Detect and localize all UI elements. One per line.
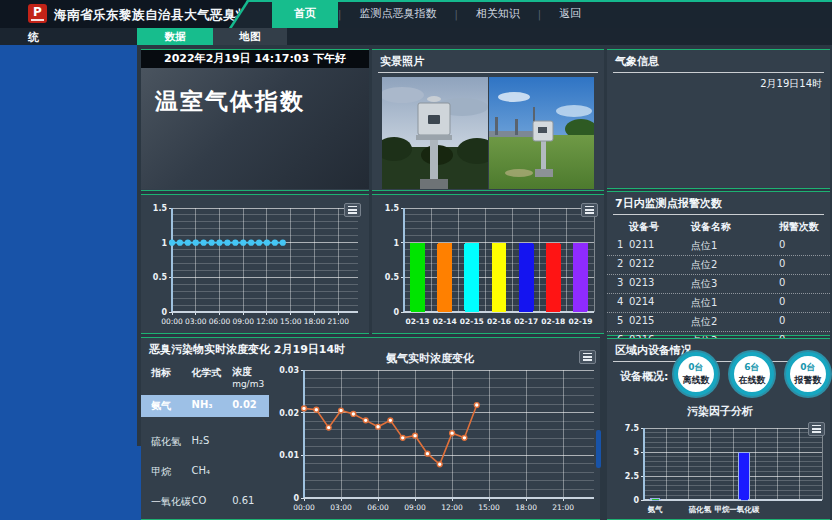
svg-text:18:00: 18:00 — [515, 503, 537, 512]
greenhouse-trend-chart: 00.511.500:0003:0006:0009:0012:0015:0018… — [146, 200, 364, 328]
photos-panel: 实景照片 — [372, 49, 604, 191]
odor-row-h2s[interactable]: 硫化氢 H₂S — [141, 431, 269, 453]
svg-text:7.5: 7.5 — [625, 424, 640, 433]
greenhouse-title: 温室气体指数 — [155, 86, 355, 117]
svg-text:0.03: 0.03 — [279, 366, 299, 375]
svg-text:02-19: 02-19 — [568, 317, 592, 326]
datetime-text: 2022年2月19日 14:17:03 下午好 — [141, 50, 369, 68]
greenhouse-panel: 2022年2月19日 14:17:03 下午好 温室气体指数 — [141, 49, 369, 191]
photos-panel-title: 实景照片 — [372, 50, 604, 72]
nav-odor-index[interactable]: 监测点恶臭指数 — [341, 0, 454, 28]
svg-text:21:00: 21:00 — [552, 503, 574, 512]
nav-home[interactable]: 首页 — [272, 0, 338, 28]
online-count-badge: 6台 在线数 — [730, 352, 774, 396]
table-row: 5 0215 点位2 0 — [607, 313, 830, 332]
svg-text:0: 0 — [161, 308, 167, 317]
site-photo-2 — [489, 77, 595, 189]
panel-title-underline — [378, 72, 598, 73]
table-row: 1 0211 点位1 0 — [607, 237, 830, 256]
svg-text:1.5: 1.5 — [153, 204, 168, 213]
svg-text:2.5: 2.5 — [625, 472, 640, 481]
weather-panel-title: 气象信息 — [607, 50, 830, 72]
svg-text:15:00: 15:00 — [478, 503, 500, 512]
chart-menu-icon[interactable] — [808, 422, 825, 436]
svg-text:02-13: 02-13 — [406, 317, 430, 326]
svg-text:12:00: 12:00 — [256, 317, 278, 326]
col-formula: 化学式 — [192, 366, 233, 389]
chart-menu-icon[interactable] — [581, 203, 598, 217]
chart-menu-icon[interactable] — [579, 350, 596, 364]
alarm-table-header: 设备号 设备名称 报警次数 — [607, 215, 830, 237]
col-device-id: 设备号 — [629, 220, 691, 234]
app-logo: P — [28, 4, 47, 23]
svg-text:氨气: 氨气 — [647, 505, 664, 514]
col-indicator: 指标 — [151, 366, 192, 389]
svg-text:02-15: 02-15 — [460, 317, 484, 326]
pollution-analysis-title: 污染因子分析 — [640, 404, 800, 419]
tab-map[interactable]: 地图 — [213, 28, 287, 45]
svg-text:18:00: 18:00 — [304, 317, 326, 326]
odor-row-ch4[interactable]: 甲烷 CH₄ — [141, 461, 269, 483]
svg-text:15:00: 15:00 — [280, 317, 302, 326]
svg-text:02-18: 02-18 — [541, 317, 565, 326]
table-row: 3 0213 点位3 0 — [607, 275, 830, 294]
svg-text:0.5: 0.5 — [385, 273, 400, 282]
svg-text:21:00: 21:00 — [327, 317, 349, 326]
dashboard-root: P 海南省乐东黎族自治县大气恶臭状况实时发布系 首页 | 监测点恶臭指数 | 相… — [0, 0, 832, 520]
alarm-7d-panel: 7日内监测点报警次数 设备号 设备名称 报警次数 1 0211 点位1 0 2 … — [607, 191, 830, 336]
chart-menu-icon[interactable] — [344, 203, 361, 217]
site-photo-1 — [382, 77, 488, 189]
svg-text:0.02: 0.02 — [279, 409, 299, 418]
odor-row-nh3[interactable]: 氨气 NH₃ 0.02 — [141, 395, 269, 417]
nh3-trend-chart: 00.010.020.0300:0003:0006:0009:0012:0015… — [278, 362, 600, 514]
svg-text:06:00: 06:00 — [367, 503, 389, 512]
table-row: 2 0212 点位2 0 — [607, 256, 830, 275]
scrollbar-thumb[interactable] — [596, 430, 601, 468]
svg-text:02-16: 02-16 — [487, 317, 511, 326]
svg-text:00:00: 00:00 — [293, 503, 315, 512]
greenhouse-panel-body: 温室气体指数 — [141, 68, 369, 189]
svg-text:09:00: 09:00 — [404, 503, 426, 512]
odor-row-co[interactable]: 一氧化碳 CO 0.61 — [141, 491, 269, 513]
main-nav: 首页 | 监测点恶臭指数 | 相关知识 | 返回 — [272, 0, 599, 28]
svg-text:5: 5 — [633, 448, 639, 457]
svg-text:0: 0 — [633, 496, 639, 505]
pollution-factor-chart: 02.557.5氨气硫化氢甲烷一氧化碳 — [618, 420, 828, 516]
svg-text:06:00: 06:00 — [209, 317, 231, 326]
tab-data[interactable]: 数据 — [137, 28, 213, 45]
svg-text:0.5: 0.5 — [153, 273, 168, 282]
tab-row: 统 数据 地图 — [0, 28, 832, 45]
offline-count-badge: 0台 离线数 — [674, 352, 718, 396]
svg-text:0: 0 — [293, 494, 299, 503]
svg-text:0: 0 — [393, 308, 399, 317]
left-sidebar — [0, 45, 137, 520]
svg-text:12:00: 12:00 — [441, 503, 463, 512]
app-title-wrap: 统 — [28, 30, 39, 45]
col-alarm-count: 报警次数 — [779, 220, 819, 234]
alarm-count-badge: 0台 报警数 — [786, 352, 830, 396]
col-device-name: 设备名称 — [691, 220, 779, 234]
svg-text:00:00: 00:00 — [161, 317, 183, 326]
svg-text:02-17: 02-17 — [514, 317, 538, 326]
svg-text:1: 1 — [393, 239, 399, 248]
daily-bars-chart: 00.511.502-1302-1402-1502-1602-1702-1802… — [378, 200, 600, 328]
svg-text:一氧化碳: 一氧化碳 — [729, 505, 760, 514]
nav-knowledge[interactable]: 相关知识 — [458, 0, 538, 28]
odor-table-header: 指标 化学式 浓度 mg/m3 — [141, 360, 269, 391]
svg-text:1.5: 1.5 — [385, 204, 400, 213]
header-bar: P 海南省乐东黎族自治县大气恶臭状况实时发布系 首页 | 监测点恶臭指数 | 相… — [0, 0, 832, 28]
weather-panel: 气象信息 2月19日14时 — [607, 49, 830, 189]
svg-text:1: 1 — [161, 239, 167, 248]
svg-text:09:00: 09:00 — [232, 317, 254, 326]
svg-text:甲烷: 甲烷 — [714, 505, 730, 514]
table-row: 4 0214 点位1 0 — [607, 294, 830, 313]
site-photos — [382, 77, 594, 189]
device-overview-label: 设备概况: — [620, 369, 668, 384]
col-concentration: 浓度 mg/m3 — [232, 366, 269, 389]
nav-back[interactable]: 返回 — [541, 0, 599, 28]
svg-text:0.01: 0.01 — [279, 451, 299, 460]
svg-text:03:00: 03:00 — [330, 503, 352, 512]
weather-timestamp: 2月19日14时 — [607, 73, 830, 91]
alarm-panel-title: 7日内监测点报警次数 — [607, 192, 830, 214]
svg-text:硫化氢: 硫化氢 — [688, 505, 711, 514]
